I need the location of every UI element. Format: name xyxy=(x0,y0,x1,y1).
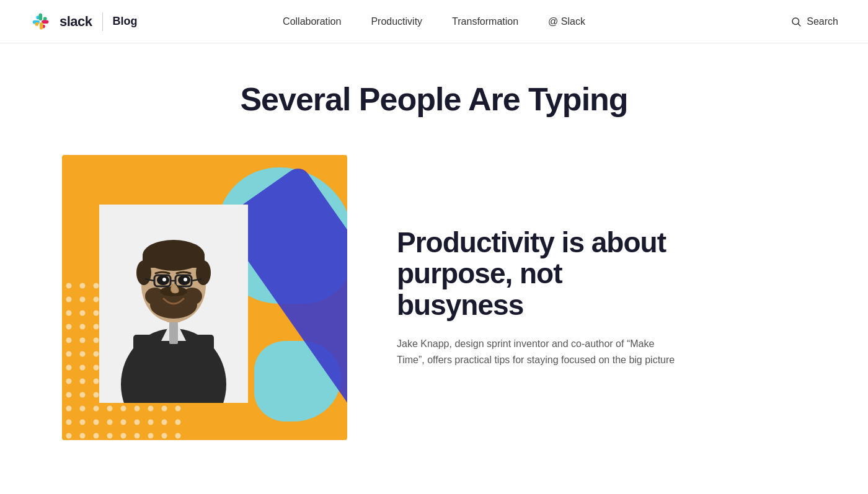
header-divider xyxy=(102,12,103,31)
slack-wordmark: slack xyxy=(60,14,92,30)
search-icon xyxy=(790,16,802,27)
svg-point-20 xyxy=(184,278,187,281)
svg-rect-10 xyxy=(143,255,205,268)
svg-rect-4 xyxy=(133,335,214,403)
nav-transformation[interactable]: Transformation xyxy=(452,16,518,27)
blog-label: Blog xyxy=(113,15,138,28)
person-illustration xyxy=(99,205,248,403)
person-photo xyxy=(99,205,248,403)
svg-line-1 xyxy=(799,24,800,25)
svg-point-11 xyxy=(136,260,151,285)
nav-productivity[interactable]: Productivity xyxy=(371,16,422,27)
search-button[interactable]: Search xyxy=(790,16,838,27)
logo-link[interactable]: slack xyxy=(30,11,92,33)
nav-at-slack[interactable]: @ Slack xyxy=(548,16,585,27)
article-title[interactable]: Productivity is about purpose, not busyn… xyxy=(397,227,682,321)
article-description: Jake Knapp, design sprint inventor and c… xyxy=(397,336,682,369)
hero-image[interactable] xyxy=(62,155,347,440)
main-nav: Collaboration Productivity Transformatio… xyxy=(283,16,585,27)
nav-collaboration[interactable]: Collaboration xyxy=(283,16,341,27)
svg-point-0 xyxy=(792,18,799,25)
svg-point-19 xyxy=(162,278,166,281)
page-title: Several People Are Typing xyxy=(30,81,838,118)
slack-logo-icon xyxy=(30,11,52,33)
svg-point-12 xyxy=(196,260,211,285)
search-label: Search xyxy=(807,16,838,27)
article-text: Productivity is about purpose, not busyn… xyxy=(397,227,682,369)
main-content: Several People Are Typing xyxy=(0,43,868,490)
featured-article: Productivity is about purpose, not busyn… xyxy=(62,155,806,440)
site-header: slack Blog Collaboration Productivity Tr… xyxy=(0,0,868,43)
